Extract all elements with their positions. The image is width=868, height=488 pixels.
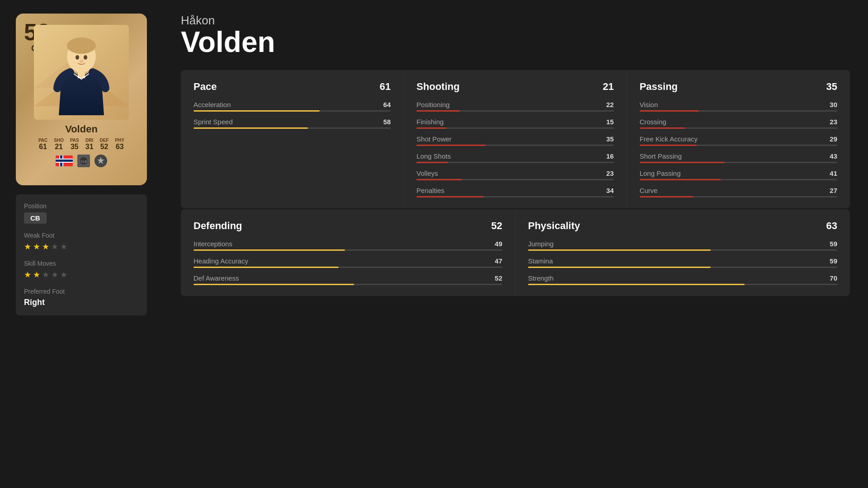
stat-header: Positioning22 [416, 101, 613, 108]
category-shooting: Shooting21Positioning22Finishing15Shot P… [404, 70, 627, 208]
stat-bar-fill [640, 162, 725, 163]
star-1: ★ [24, 242, 31, 252]
star-2: ★ [33, 242, 40, 252]
preferred-foot-label: Preferred Foot [24, 288, 139, 295]
player-name-header: Håkon Volden [181, 14, 850, 56]
stat-row: Crossing23 [640, 118, 837, 129]
stat-name: Acceleration [193, 101, 231, 108]
player-last-name: Volden [181, 28, 850, 56]
stat-value: 59 [830, 257, 837, 265]
stat-bar-fill [528, 249, 711, 251]
stat-bar-fill [640, 110, 699, 112]
norway-flag-icon [56, 155, 73, 166]
stat-bar-fill [416, 179, 462, 180]
sm-star-4: ★ [51, 270, 58, 280]
card-stat-pac: PAC 61 [38, 138, 47, 151]
stat-name: Long Passing [640, 169, 681, 177]
stat-header: Free Kick Accuracy29 [640, 135, 837, 143]
stat-header: Heading Accuracy47 [193, 257, 502, 265]
stat-header: Volleys23 [416, 169, 613, 177]
card-stat-phy: PHY 63 [115, 138, 125, 151]
category-score-defending: 52 [491, 220, 502, 232]
stat-value: 27 [830, 187, 837, 194]
stat-bar [640, 110, 837, 112]
category-header-passing: Passing35 [640, 81, 837, 93]
stat-header: Jumping59 [528, 240, 837, 248]
weak-foot-label: Weak Foot [24, 232, 139, 239]
stat-bar [416, 196, 613, 197]
star-3: ★ [42, 242, 49, 252]
category-score-shooting: 21 [603, 81, 613, 93]
player-image [34, 25, 129, 120]
stat-bar-fill [416, 127, 446, 129]
stat-bar-fill [193, 284, 354, 285]
stat-bar-fill [416, 162, 448, 163]
skill-moves-stars: ★ ★ ★ ★ ★ [24, 270, 139, 280]
stat-header: Acceleration64 [193, 101, 391, 108]
stat-bar [416, 145, 613, 146]
stat-name: Shot Power [416, 135, 452, 143]
stat-row: Sprint Speed58 [193, 118, 391, 129]
stat-name: Vision [640, 101, 658, 108]
stat-bar [640, 196, 837, 197]
preferred-foot-value: Right [24, 298, 139, 307]
stat-value: 34 [606, 187, 614, 194]
stat-bar [193, 284, 502, 285]
stat-name: Sprint Speed [193, 118, 233, 126]
stat-row: Shot Power35 [416, 135, 613, 146]
nation-badge-icon [94, 155, 107, 167]
stat-header: Strength70 [528, 274, 837, 282]
stat-value: 43 [830, 152, 837, 160]
stat-row: Short Passing43 [640, 152, 837, 163]
stat-row: Volleys23 [416, 169, 613, 180]
stat-name: Free Kick Accuracy [640, 135, 698, 143]
info-section: Position CB Weak Foot ★ ★ ★ ★ ★ Skill Mo… [16, 194, 147, 315]
stat-bar [193, 127, 391, 129]
stat-row: Curve27 [640, 187, 837, 197]
stat-header: Interceptions49 [193, 240, 502, 248]
stat-header: Finishing15 [416, 118, 613, 126]
sm-star-2: ★ [33, 270, 40, 280]
stat-row: Vision30 [640, 101, 837, 112]
stat-name: Penalties [416, 187, 444, 194]
weak-foot-stars: ★ ★ ★ ★ ★ [24, 242, 139, 252]
stat-value: 23 [830, 118, 837, 126]
stat-value: 64 [383, 101, 391, 108]
category-physicality: Physicality63Jumping59Stamina59Strength7… [515, 209, 850, 296]
category-score-pace: 61 [380, 81, 391, 93]
sm-star-1: ★ [24, 270, 31, 280]
stat-bar [416, 179, 613, 180]
category-name-shooting: Shooting [416, 81, 459, 93]
stat-bar-fill [640, 145, 697, 146]
category-header-defending: Defending52 [193, 220, 502, 232]
sm-star-3: ★ [42, 270, 49, 280]
club-badge-icon: CLB [77, 155, 90, 167]
stat-bar-fill [193, 127, 308, 129]
stat-name: Strength [528, 274, 554, 282]
preferred-foot-block: Preferred Foot Right [24, 288, 139, 307]
stat-bar [416, 110, 613, 112]
skill-moves-block: Skill Moves ★ ★ ★ ★ ★ [24, 260, 139, 280]
stat-bar-fill [416, 145, 486, 146]
svg-point-6 [75, 55, 79, 60]
card-stat-dri: DRI 31 [85, 138, 94, 151]
category-header-pace: Pace61 [193, 81, 391, 93]
stat-header: Vision30 [640, 101, 837, 108]
svg-point-4 [67, 38, 96, 54]
sm-star-5: ★ [60, 270, 67, 280]
stat-bar [640, 145, 837, 146]
stat-name: Short Passing [640, 152, 682, 160]
stat-bar [640, 162, 837, 163]
stat-row: Long Passing41 [640, 169, 837, 180]
player-first-name: Håkon [181, 14, 850, 28]
stat-header: Stamina59 [528, 257, 837, 265]
stat-value: 41 [830, 169, 837, 177]
stat-bar-fill [640, 196, 693, 197]
stat-name: Volleys [416, 169, 438, 177]
category-header-shooting: Shooting21 [416, 81, 613, 93]
stat-row: Strength70 [528, 274, 837, 285]
stat-value: 52 [495, 274, 502, 282]
main-content: Håkon Volden Pace61Acceleration64Sprint … [163, 0, 868, 488]
stats-grid-bottom: Defending52Interceptions49Heading Accura… [181, 209, 850, 296]
svg-text:CLB: CLB [80, 160, 87, 163]
